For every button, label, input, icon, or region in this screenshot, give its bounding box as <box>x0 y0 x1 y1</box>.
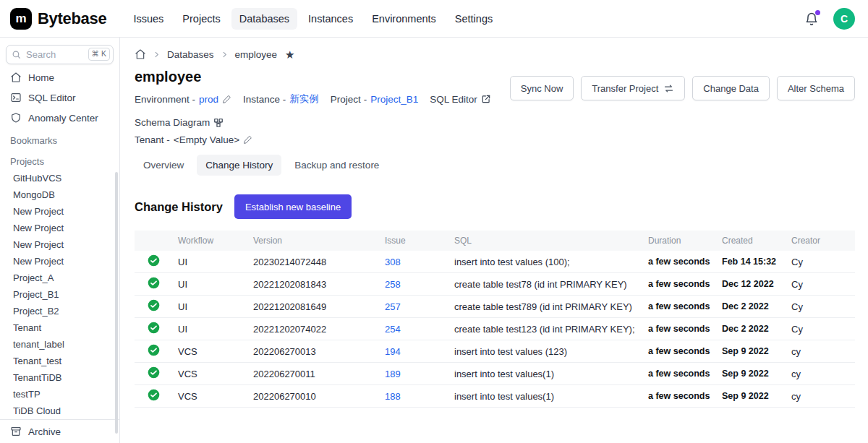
workflow-cell: UI <box>172 273 247 296</box>
database-meta-row: Environment - prod Instance - 新实例 Projec… <box>135 93 510 128</box>
creator-cell: Cy <box>786 296 855 318</box>
issue-link[interactable]: 308 <box>385 257 401 267</box>
issue-link[interactable]: 254 <box>385 324 401 335</box>
sidebar-item-anomaly-center[interactable]: Anomaly Center <box>0 108 119 128</box>
issue-link[interactable]: 258 <box>385 279 401 290</box>
transfer-project-button[interactable]: Transfer Project <box>581 76 685 100</box>
duration-cell: a few seconds <box>642 273 716 296</box>
issue-link[interactable]: 189 <box>385 369 401 379</box>
issue-cell: 257 <box>379 296 448 318</box>
issue-link[interactable]: 188 <box>385 391 401 402</box>
created-cell: Sep 9 2022 <box>716 363 786 385</box>
sidebar-item-label: Anomaly Center <box>28 113 98 124</box>
table-row[interactable]: VCS 202206270010 188 insert into test va… <box>135 385 855 408</box>
sidebar-project-item[interactable]: New Project <box>0 253 119 270</box>
notifications-button[interactable] <box>804 12 819 26</box>
status-cell <box>135 318 172 340</box>
change-data-button[interactable]: Change Data <box>692 76 770 100</box>
top-navbar: m Bytebase Issues Projects Databases Ins… <box>0 0 868 38</box>
bookmarks-section-label: Bookmarks <box>0 128 119 149</box>
success-check-icon <box>148 344 160 356</box>
duration-cell: a few seconds <box>642 363 716 385</box>
nav-item[interactable]: Settings <box>447 8 501 30</box>
version-cell: 202206270011 <box>247 363 379 385</box>
table-row[interactable]: UI 20221202081843 258 create table test7… <box>135 273 855 296</box>
sidebar-item-sql-editor[interactable]: SQL Editor <box>0 87 119 108</box>
projects-list: GitHubVCS MongoDB New Project New Projec… <box>0 170 119 419</box>
bytebase-brand[interactable]: m Bytebase <box>10 8 106 30</box>
sidebar-project-item[interactable]: GitHubVCS <box>0 170 119 186</box>
bookmark-star-icon[interactable]: ★ <box>285 49 294 60</box>
table-row[interactable]: VCS 202206270011 189 insert into test va… <box>135 363 855 385</box>
created-cell: Dec 12 2022 <box>716 273 786 296</box>
created-cell: Feb 14 15:32 <box>716 251 786 273</box>
duration-cell: a few seconds <box>642 318 716 340</box>
sidebar-project-item[interactable]: Project_B2 <box>0 303 119 319</box>
nav-item[interactable]: Instances <box>300 8 361 30</box>
establish-baseline-button[interactable]: Establish new baseline <box>234 194 352 219</box>
sidebar-item-archive[interactable]: Archive <box>0 419 119 443</box>
sidebar-project-item[interactable]: New Project <box>0 220 119 236</box>
home-icon[interactable] <box>135 48 146 60</box>
sidebar-scrollbar[interactable] <box>115 172 118 434</box>
sidebar-project-item[interactable]: testTP <box>0 386 119 403</box>
sidebar-project-item[interactable]: Project_B1 <box>0 286 119 303</box>
alter-schema-button[interactable]: Alter Schema <box>777 76 855 100</box>
issue-cell: 258 <box>379 273 448 296</box>
sidebar-project-item[interactable]: TiDB Cloud <box>0 403 119 419</box>
sidebar-item-home[interactable]: Home <box>0 67 119 87</box>
schema-diagram-icon <box>213 118 224 128</box>
issue-link[interactable]: 194 <box>385 346 401 357</box>
creator-cell: cy <box>786 363 855 385</box>
sync-now-button[interactable]: Sync Now <box>510 76 574 100</box>
sidebar-project-item[interactable]: Tenant <box>0 319 119 336</box>
transfer-arrows-icon <box>663 83 674 94</box>
table-row[interactable]: UI 20221202081649 257 create table test7… <box>135 296 855 318</box>
issue-link[interactable]: 257 <box>385 301 401 312</box>
table-row[interactable]: VCS 202206270013 194 insert into test va… <box>135 340 855 363</box>
projects-section-label: Projects <box>0 149 119 170</box>
shield-icon <box>10 112 22 124</box>
issue-cell: 308 <box>379 251 448 273</box>
tab[interactable]: Change History <box>197 155 281 176</box>
sql-cell: insert into test values (123) <box>448 340 642 363</box>
sql-editor-shortcut[interactable]: SQL Editor <box>430 94 491 105</box>
nav-item[interactable]: Environments <box>364 8 444 30</box>
sidebar-project-item[interactable]: Tenant_test <box>0 353 119 369</box>
tab[interactable]: Backup and restore <box>286 155 388 176</box>
column-header: Version <box>247 231 379 251</box>
breadcrumb-employee[interactable]: employee <box>235 49 278 60</box>
nav-item[interactable]: Issues <box>125 8 171 30</box>
sidebar-project-item[interactable]: MongoDB <box>0 186 119 203</box>
sidebar-project-item[interactable]: New Project <box>0 236 119 253</box>
workflow-cell: VCS <box>172 340 247 363</box>
status-cell <box>135 363 172 385</box>
environment-link[interactable]: prod <box>199 94 218 105</box>
instance-meta: Instance - 新实例 <box>243 93 319 106</box>
sidebar-project-item[interactable]: Project_A <box>0 270 119 286</box>
edit-pencil-icon[interactable] <box>222 95 231 104</box>
nav-item[interactable]: Projects <box>174 8 228 30</box>
environment-meta: Environment - prod <box>135 94 231 105</box>
sidebar-project-item[interactable]: tenant_label <box>0 336 119 353</box>
column-header: Creator <box>786 231 855 251</box>
database-tabs: Overview Change History Backup and resto… <box>135 155 855 176</box>
avatar[interactable]: C <box>833 8 855 30</box>
home-icon <box>10 72 22 83</box>
breadcrumb-databases[interactable]: Databases <box>167 49 214 60</box>
project-link[interactable]: Project_B1 <box>370 94 418 105</box>
table-row[interactable]: UI 20230214072448 308 insert into test v… <box>135 251 855 273</box>
sidebar-project-item[interactable]: TenantTiDB <box>0 369 119 386</box>
sidebar-item-label: SQL Editor <box>28 93 76 103</box>
instance-link[interactable]: 新实例 <box>289 93 319 106</box>
edit-pencil-icon[interactable] <box>243 135 252 145</box>
search-box: ⌘ K <box>6 45 114 64</box>
tab[interactable]: Overview <box>135 155 192 176</box>
nav-item[interactable]: Databases <box>231 8 297 30</box>
status-cell <box>135 296 172 318</box>
sidebar-project-item[interactable]: New Project <box>0 203 119 220</box>
bytebase-logo-icon: m <box>10 8 32 30</box>
schema-diagram-shortcut[interactable]: Schema Diagram <box>135 117 224 128</box>
status-cell <box>135 340 172 363</box>
table-row[interactable]: UI 20221202074022 254 create table test1… <box>135 318 855 340</box>
